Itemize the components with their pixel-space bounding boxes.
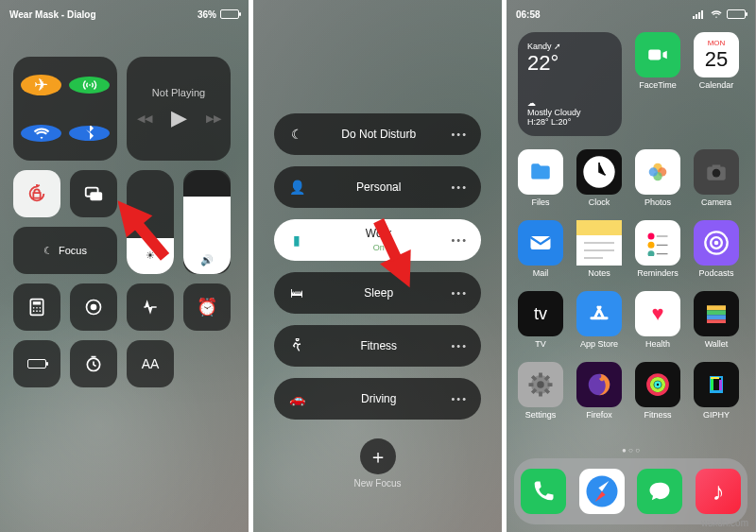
app-podcasts[interactable]: Podcasts	[694, 220, 739, 278]
app-notes[interactable]: Notes	[576, 220, 622, 278]
page-dots[interactable]: ● ○ ○	[507, 446, 755, 455]
fitness-icon	[635, 362, 680, 407]
next-track-icon[interactable]: ▶▶	[206, 112, 221, 125]
app-tv[interactable]: tv TV	[518, 291, 563, 349]
app-label: Health	[645, 339, 670, 349]
focus-dnd[interactable]: ☾ Do Not Disturb •••	[274, 113, 481, 155]
app-label: Files	[531, 197, 549, 207]
low-power-button[interactable]	[13, 340, 60, 387]
bluetooth-toggle[interactable]	[69, 126, 110, 141]
app-photos[interactable]: Photos	[635, 149, 680, 207]
wallet-icon	[694, 291, 739, 336]
focus-label: Sleep	[318, 286, 439, 300]
dock-safari[interactable]	[579, 469, 625, 514]
focus-label: Do Not Disturb	[318, 128, 439, 141]
cellular-toggle[interactable]	[69, 77, 110, 94]
panel-focus-list: ☾ Do Not Disturb ••• 👤 Personal ••• ▮ Wo…	[253, 0, 502, 532]
firefox-icon	[576, 362, 622, 407]
app-label: GIPHY	[703, 410, 730, 420]
app-wallet[interactable]: Wallet	[694, 291, 739, 349]
media-module[interactable]: Not Playing ◀◀ ▶ ▶▶	[127, 57, 231, 161]
badge-icon: ▮	[287, 232, 306, 248]
svg-rect-21	[713, 164, 721, 167]
app-mail[interactable]: Mail	[518, 220, 563, 278]
weather-temp: 22°	[527, 51, 558, 75]
timer-button[interactable]	[70, 340, 117, 387]
fitness-icon	[287, 338, 306, 353]
notes-icon	[576, 220, 622, 266]
calculator-button[interactable]	[13, 283, 60, 331]
facetime-icon	[635, 32, 680, 77]
app-appstore[interactable]: App Store	[576, 291, 622, 349]
svg-point-5	[36, 307, 38, 309]
weather-widget[interactable]: Kandy ➚ 22° ☁ Mostly Cloudy H:28° L:20°	[518, 32, 622, 136]
app-row-5: Settings Firefox Fitness GIPHY	[518, 362, 744, 420]
alarm-button[interactable]: ⏰	[183, 283, 231, 331]
dock-music[interactable]: ♪	[696, 469, 741, 514]
svg-point-9	[40, 310, 42, 312]
app-giphy[interactable]: GIPHY	[694, 362, 739, 420]
moon-icon: ☾	[287, 127, 306, 142]
screen-record-button[interactable]	[70, 283, 117, 331]
app-label: Clock	[589, 197, 610, 207]
moon-icon: ☾	[43, 245, 53, 257]
volume-slider[interactable]: 🔊	[183, 170, 231, 274]
focus-button[interactable]: ☾ Focus	[13, 227, 117, 274]
calendar-icon: MON 25	[694, 32, 739, 77]
app-camera[interactable]: Camera	[694, 149, 739, 207]
reminders-icon	[635, 220, 680, 266]
svg-rect-13	[648, 50, 661, 60]
play-icon[interactable]: ▶	[171, 106, 187, 130]
more-icon[interactable]: •••	[451, 129, 468, 140]
bed-icon: 🛏	[287, 285, 306, 300]
app-reminders[interactable]: Reminders	[635, 220, 680, 278]
svg-point-27	[648, 250, 655, 256]
new-focus-button[interactable]: ＋	[360, 438, 396, 474]
clock-icon	[576, 149, 622, 195]
app-label: Firefox	[586, 410, 612, 420]
svg-point-18	[649, 167, 658, 176]
shazam-button[interactable]	[127, 283, 174, 331]
focus-label: Fitness	[318, 339, 439, 352]
app-calendar[interactable]: MON 25 Calendar	[694, 32, 739, 136]
more-icon[interactable]: •••	[451, 234, 468, 246]
app-health[interactable]: ♥ Health	[635, 291, 680, 349]
focus-fitness[interactable]: Fitness •••	[274, 325, 481, 367]
dock-messages[interactable]	[637, 469, 682, 514]
more-icon[interactable]: •••	[451, 287, 468, 299]
app-fitness[interactable]: Fitness	[635, 362, 680, 420]
focus-driving[interactable]: 🚗 Driving •••	[274, 378, 481, 420]
text-size-button[interactable]: AA	[127, 340, 174, 387]
dock-phone[interactable]	[521, 469, 566, 514]
app-clock[interactable]: Clock	[576, 149, 622, 207]
dock: ♪	[514, 458, 747, 524]
prev-track-icon[interactable]: ◀◀	[137, 112, 152, 125]
weather-hl: H:28° L:20°	[527, 117, 571, 127]
svg-rect-42	[711, 377, 713, 392]
svg-point-26	[648, 242, 655, 249]
appstore-icon	[576, 291, 622, 336]
app-settings[interactable]: Settings	[518, 362, 563, 420]
more-icon[interactable]: •••	[451, 181, 468, 193]
focus-sleep[interactable]: 🛏 Sleep •••	[274, 272, 481, 314]
watermark: wsxdn.com	[701, 518, 748, 528]
connectivity-module[interactable]: ✈	[13, 57, 117, 161]
app-files[interactable]: Files	[518, 149, 563, 207]
more-icon[interactable]: •••	[451, 393, 468, 404]
svg-rect-34	[707, 319, 726, 323]
svg-rect-33	[707, 315, 726, 319]
app-facetime[interactable]: FaceTime	[635, 32, 680, 136]
app-label: Wallet	[705, 339, 729, 349]
focus-personal[interactable]: 👤 Personal •••	[274, 166, 481, 208]
airplane-toggle[interactable]: ✈	[21, 75, 61, 95]
wifi-toggle[interactable]	[21, 125, 61, 142]
panel-control-center: Wear Mask - Dialog 36% ✈ Not Playing	[0, 0, 249, 532]
svg-rect-45	[711, 377, 719, 379]
orientation-lock-button[interactable]	[13, 170, 60, 217]
app-firefox[interactable]: Firefox	[576, 362, 622, 420]
health-icon: ♥	[635, 291, 680, 336]
svg-point-40	[656, 383, 661, 387]
more-icon[interactable]: •••	[451, 340, 468, 352]
app-label: FaceTime	[639, 80, 677, 90]
svg-rect-1	[90, 192, 102, 200]
